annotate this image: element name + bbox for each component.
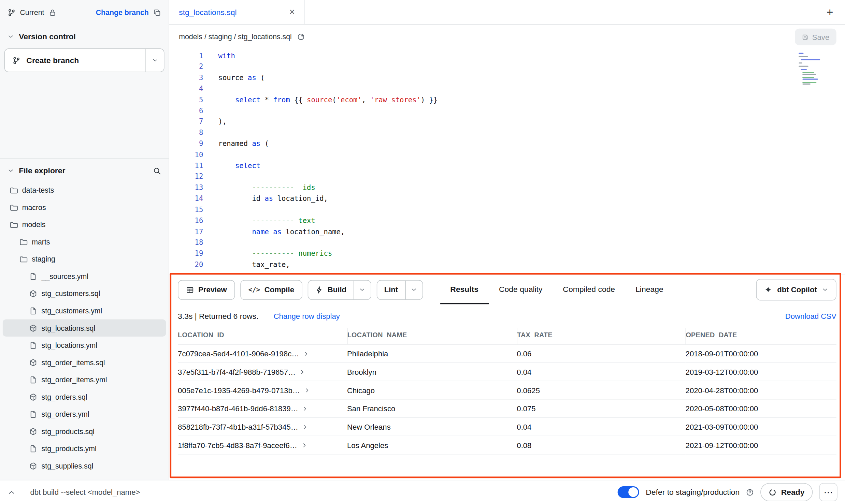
file-tree-item-stg-locations-sql[interactable]: stg_locations.sql: [3, 319, 166, 337]
chevron-right-icon[interactable]: [302, 424, 309, 430]
file-name: __sources.yml: [42, 272, 88, 280]
file-tree-item-macros[interactable]: macros: [3, 199, 166, 216]
file-tree-item-stg-locations-yml[interactable]: stg_locations.yml: [3, 337, 166, 354]
code-line-11[interactable]: 11 select: [169, 161, 845, 172]
location-id-value: 37e5f311-b7f4-4f2f-988b-719657…: [178, 368, 296, 376]
create-branch-button[interactable]: Create branch: [5, 49, 145, 72]
build-caret-button[interactable]: [354, 280, 371, 299]
code-line-3[interactable]: 3source as (: [169, 73, 845, 84]
tab-stg-locations-sql[interactable]: stg_locations.sql ×: [169, 0, 305, 24]
chevron-right-icon[interactable]: [303, 350, 309, 357]
column-header-tax_rate[interactable]: TAX_RATE: [517, 328, 685, 344]
file-tree-item-stg-customers-sql[interactable]: stg_customers.sql: [3, 285, 166, 302]
code-text: [203, 106, 218, 117]
chevron-right-icon[interactable]: [299, 369, 306, 375]
code-line-19[interactable]: 19 ---------- numerics: [169, 248, 845, 259]
code-line-18[interactable]: 18: [169, 237, 845, 248]
table-row[interactable]: 3977f440-b87d-461b-9dd6-81839…San Franci…: [178, 399, 836, 418]
file-tree-item-stg-orders-sql[interactable]: stg_orders.sql: [3, 388, 166, 406]
help-icon[interactable]: [746, 488, 754, 496]
code-line-8[interactable]: 8: [169, 128, 845, 138]
download-csv-link[interactable]: Download CSV: [785, 312, 836, 320]
status-bar: dbt build --select <model_name> Defer to…: [0, 480, 845, 504]
code-icon: </>: [248, 286, 260, 293]
change-branch-link[interactable]: Change branch: [96, 8, 149, 16]
column-header-opened_date[interactable]: OPENED_DATE: [686, 328, 836, 344]
file-explorer-header[interactable]: File explorer: [0, 159, 169, 180]
file-tree-item-stg-supplies-sql[interactable]: stg_supplies.sql: [3, 457, 166, 475]
code-text: [203, 128, 218, 138]
panel-tab-lineage[interactable]: Lineage: [625, 275, 674, 304]
line-number: 2: [169, 62, 203, 73]
code-line-12[interactable]: 12: [169, 172, 845, 182]
save-button[interactable]: Save: [795, 29, 836, 45]
code-line-14[interactable]: 14 id as location_id,: [169, 193, 845, 204]
code-line-2[interactable]: 2: [169, 62, 845, 73]
chevron-right-icon[interactable]: [304, 387, 310, 394]
location-id-value: 7c079cea-5ed4-4101-906e-9198c…: [178, 349, 299, 358]
file-tree-item-marts[interactable]: marts: [3, 233, 166, 251]
code-line-20[interactable]: 20 tax_rate,: [169, 260, 845, 270]
file-tree-item-stg-order-items-sql[interactable]: stg_order_items.sql: [3, 354, 166, 371]
build-split-button: Build: [307, 280, 371, 299]
column-header-location_id[interactable]: LOCATION_ID: [178, 328, 347, 344]
code-line-4[interactable]: 4: [169, 84, 845, 94]
folder-icon: [10, 221, 18, 229]
code-line-1[interactable]: 1with: [169, 50, 845, 61]
new-tab-button[interactable]: +: [821, 3, 839, 21]
table-row[interactable]: 7c079cea-5ed4-4101-906e-9198c…Philadelph…: [178, 344, 836, 363]
code-editor[interactable]: 1with23source as (45 select * from {{ so…: [169, 49, 845, 275]
copy-icon[interactable]: [153, 8, 161, 16]
file-tree-item-stg-order-items-yml[interactable]: stg_order_items.yml: [3, 371, 166, 388]
file-tree-item--sources-yml[interactable]: __sources.yml: [3, 268, 166, 285]
lineage-icon[interactable]: [297, 33, 305, 41]
minimap[interactable]: [799, 53, 820, 85]
ready-button[interactable]: Ready: [761, 483, 813, 501]
panel-tab-results[interactable]: Results: [440, 275, 489, 304]
table-row[interactable]: 005e7e1c-1935-4269-b479-0713b…Chicago0.0…: [178, 381, 836, 399]
panel-tab-compiled-code[interactable]: Compiled code: [553, 275, 625, 304]
more-options-button[interactable]: ⋯: [819, 483, 837, 501]
table-row[interactable]: 858218fb-73f7-4b1b-a31f-57b345…New Orlea…: [178, 418, 836, 436]
code-line-15[interactable]: 15: [169, 205, 845, 216]
chevron-right-icon[interactable]: [301, 442, 307, 448]
panel-tab-code-quality[interactable]: Code quality: [489, 275, 553, 304]
chevron-right-icon[interactable]: [302, 405, 309, 412]
table-row[interactable]: 1f8ffa70-7cb5-4d83-8a7f-9aceef6…Los Ange…: [178, 436, 836, 454]
defer-toggle[interactable]: [618, 486, 639, 498]
file-name: stg_supplies.sql: [42, 462, 94, 470]
file-tree-item-models[interactable]: models: [3, 216, 166, 233]
version-control-header[interactable]: Version control: [0, 25, 169, 46]
change-row-display-link[interactable]: Change row display: [274, 312, 340, 320]
table-row[interactable]: 37e5f311-b7f4-4f2f-988b-719657…Brooklyn0…: [178, 363, 836, 381]
file-tree-item-stg-customers-yml[interactable]: stg_customers.yml: [3, 302, 166, 320]
lint-button[interactable]: Lint: [377, 280, 405, 299]
command-text[interactable]: dbt build --select <model_name>: [30, 488, 140, 496]
code-line-10[interactable]: 10: [169, 149, 845, 160]
code-line-9[interactable]: 9renamed as (: [169, 138, 845, 149]
search-icon[interactable]: [153, 167, 161, 175]
file-tree-item-stg-products-yml[interactable]: stg_products.yml: [3, 440, 166, 457]
file-name: stg_order_items.yml: [42, 375, 107, 384]
code-line-5[interactable]: 5 select * from {{ source('ecom', 'raw_s…: [169, 94, 845, 105]
file-tree-item-staging[interactable]: staging: [3, 250, 166, 268]
compile-button[interactable]: </> Compile: [240, 280, 302, 299]
file-tree-item-stg-orders-yml[interactable]: stg_orders.yml: [3, 405, 166, 423]
lock-icon: [48, 8, 57, 16]
chevron-up-icon[interactable]: [8, 488, 16, 496]
code-line-16[interactable]: 16 ---------- text: [169, 216, 845, 226]
build-button[interactable]: Build: [308, 280, 354, 299]
code-line-17[interactable]: 17 name as location_name,: [169, 226, 845, 237]
file-tree-item-data-tests[interactable]: data-tests: [3, 181, 166, 199]
close-icon[interactable]: ×: [289, 8, 295, 17]
create-branch-caret-button[interactable]: [145, 49, 164, 72]
code-line-7[interactable]: 7),: [169, 117, 845, 128]
code-line-6[interactable]: 6: [169, 106, 845, 117]
file-tree-item-stg-products-sql[interactable]: stg_products.sql: [3, 423, 166, 440]
dbt-copilot-button[interactable]: dbt Copilot: [756, 279, 836, 300]
column-header-location_name[interactable]: LOCATION_NAME: [347, 328, 517, 344]
cell: San Francisco: [347, 399, 517, 418]
preview-button[interactable]: Preview: [178, 280, 235, 299]
lint-caret-button[interactable]: [405, 280, 422, 299]
code-line-13[interactable]: 13 ---------- ids: [169, 182, 845, 193]
